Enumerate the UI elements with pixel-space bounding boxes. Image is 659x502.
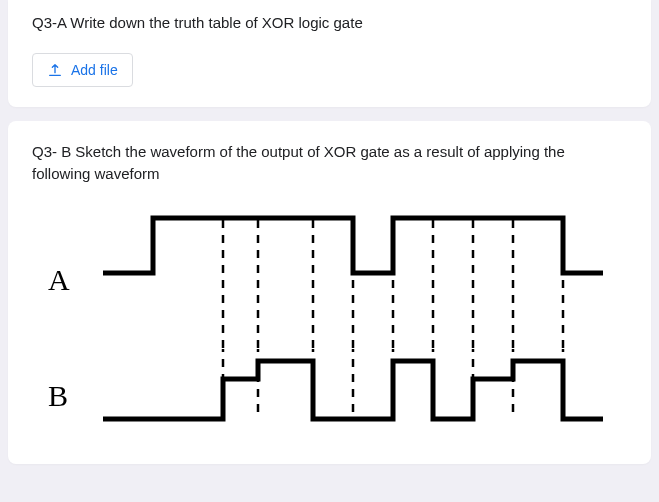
question-text-q3b: Q3- B Sketch the waveform of the output … [32,141,627,186]
waveform-label-b: B [38,379,98,413]
upload-icon [47,62,63,78]
question-card-q3a: Q3-A Write down the truth table of XOR l… [8,0,651,107]
waveform-svg-b [98,349,608,444]
add-file-label: Add file [71,62,118,78]
waveform-diagram: A B [32,204,627,444]
waveform-svg-a [98,208,608,353]
add-file-button[interactable]: Add file [32,53,133,87]
question-text-q3a: Q3-A Write down the truth table of XOR l… [32,12,627,35]
waveform-row-a: A [38,208,627,353]
question-card-q3b: Q3- B Sketch the waveform of the output … [8,121,651,464]
waveform-row-b: B [38,349,627,444]
waveform-label-a: A [38,263,98,297]
waveform-path-a [103,218,603,273]
